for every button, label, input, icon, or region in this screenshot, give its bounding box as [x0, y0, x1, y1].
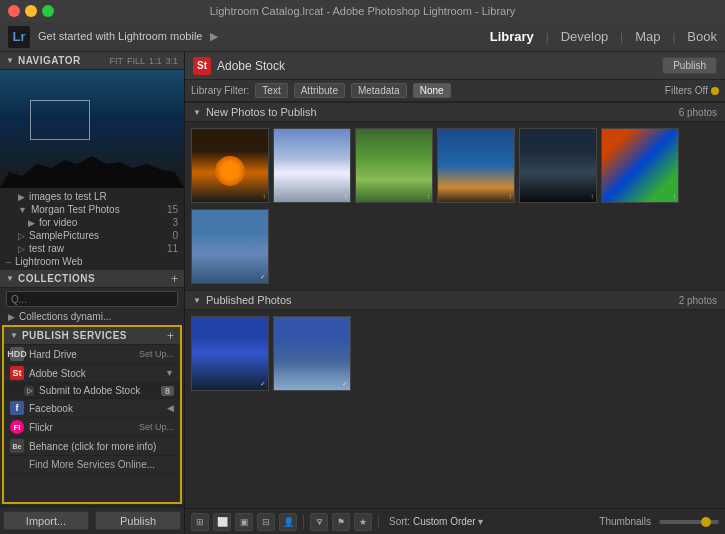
section-collapse-icon[interactable]: ▼	[193, 108, 201, 117]
service-hard-drive[interactable]: HDD Hard Drive Set Up...	[4, 345, 180, 364]
bottom-buttons: Import... Publish	[0, 506, 184, 534]
publish-services-panel: ▼ Publish Services + HDD Hard Drive Set …	[2, 325, 182, 504]
service-submit-stock[interactable]: ▷ Submit to Adobe Stock 8	[4, 383, 180, 399]
photo-thumb-green[interactable]: ↑	[355, 128, 433, 203]
service-arrow: ◀	[167, 403, 174, 413]
navigator-image	[0, 70, 184, 188]
photo-thumb-pumpkin[interactable]: ↑	[191, 128, 269, 203]
photo-thumb-group[interactable]: ✓	[191, 209, 269, 284]
content-area: St Adobe Stock Publish Library Filter: T…	[185, 52, 725, 534]
people-view-button[interactable]: 👤	[279, 513, 297, 531]
lr-logo: Lr	[8, 26, 30, 48]
import-button[interactable]: Import...	[3, 511, 89, 530]
service-label: Flickr	[29, 422, 53, 433]
folder-icon: ▼	[18, 205, 27, 215]
photo-thumb-portrait[interactable]: ✓	[191, 316, 269, 391]
thumb-image	[274, 129, 350, 202]
service-behance[interactable]: Be Behance (click for more info)	[4, 437, 180, 456]
sort-value[interactable]: Custom Order	[413, 516, 476, 527]
thumb-badge: ✓	[260, 273, 266, 281]
sort-label: Sort: Custom Order ▾	[389, 516, 483, 527]
minimize-button[interactable]	[25, 5, 37, 17]
filter-label: Library Filter:	[191, 85, 249, 96]
thumb-badge: ↑	[509, 193, 513, 200]
photo-thumb-snowboard[interactable]: ↑	[273, 128, 351, 203]
stock-header: St Adobe Stock Publish	[185, 52, 725, 80]
add-service-button[interactable]: +	[167, 329, 174, 343]
silhouette-shape	[0, 148, 184, 188]
folder-icon: ▷	[18, 244, 25, 254]
navigator-frame[interactable]	[30, 100, 90, 140]
submit-icon: ▷	[24, 386, 34, 396]
folder-images-test[interactable]: ▶ images to test LR	[0, 190, 184, 203]
service-facebook[interactable]: f Facebook ◀	[4, 399, 180, 418]
navigator-header[interactable]: ▼ Navigator FIT FILL 1:1 3:1	[0, 52, 184, 70]
collection-dynamic[interactable]: ▶ Collections dynami...	[0, 310, 184, 323]
folder-icon: –	[6, 257, 11, 267]
setup-link[interactable]: Set Up...	[139, 349, 174, 359]
thumb-badge: ↑	[427, 193, 431, 200]
statusbar: ⊞ ⬜ ▣ ⊟ 👤 ⛛ ⚑ ★ Sort: Custom Order ▾ Thu…	[185, 508, 725, 534]
add-collection-button[interactable]: +	[171, 272, 178, 286]
star-icon[interactable]: ★	[354, 513, 372, 531]
left-panel: ▼ Navigator FIT FILL 1:1 3:1 ▶ images to…	[0, 52, 185, 534]
status-separator2	[378, 515, 379, 529]
window-controls[interactable]	[8, 5, 54, 17]
filter-none[interactable]: None	[413, 83, 451, 98]
navigator-title: Navigator	[18, 55, 81, 66]
folder-morgan[interactable]: ▼ Morgan Test Photos 15	[0, 203, 184, 216]
stock-title: Adobe Stock	[217, 59, 285, 73]
hard-drive-icon: HDD	[10, 347, 24, 361]
collections-search-area	[0, 288, 184, 310]
publish-services-header[interactable]: ▼ Publish Services +	[4, 327, 180, 345]
collections-search-input[interactable]	[6, 291, 178, 307]
maximize-button[interactable]	[42, 5, 54, 17]
photo-thumb-mountain[interactable]: ✓	[273, 316, 351, 391]
folder-sample[interactable]: ▷ SamplePictures 0	[0, 229, 184, 242]
flag-icon[interactable]: ⚑	[332, 513, 350, 531]
thumb-image	[192, 129, 268, 202]
navigator-thumbnail	[0, 70, 184, 188]
folder-lrweb[interactable]: – Lightroom Web	[0, 255, 184, 268]
filter-metadata[interactable]: Metadata	[351, 83, 407, 98]
folder-icon: ▶	[18, 192, 25, 202]
behance-icon: Be	[10, 439, 24, 453]
slider-knob[interactable]	[701, 517, 711, 527]
nav-map[interactable]: Map	[635, 29, 660, 44]
find-more-services[interactable]: Find More Services Online...	[4, 456, 180, 474]
thumbnail-size-slider[interactable]	[659, 520, 719, 524]
nav-book[interactable]: Book	[687, 29, 717, 44]
section-collapse-icon[interactable]: ▼	[193, 296, 201, 305]
service-flickr[interactable]: Fl Flickr Set Up...	[4, 418, 180, 437]
grid-view-button[interactable]: ⊞	[191, 513, 209, 531]
thumb-badge: ✓	[260, 380, 266, 388]
loupe-view-button[interactable]: ⬜	[213, 513, 231, 531]
folder-video[interactable]: ▶ for video 3	[0, 216, 184, 229]
photo-thumb-colorful[interactable]: ↑	[601, 128, 679, 203]
nav-library[interactable]: Library	[490, 29, 534, 44]
mobile-arrow[interactable]: ▶	[210, 30, 218, 42]
thumb-image	[602, 129, 678, 202]
service-label: Facebook	[29, 403, 73, 414]
photo-grid-area[interactable]: ▼ New Photos to Publish 6 photos ↑ ↑ ↑	[185, 102, 725, 508]
thumb-badge: ✓	[342, 380, 348, 388]
publish-button[interactable]: Publish	[95, 511, 181, 530]
folder-testraw[interactable]: ▷ test raw 11	[0, 242, 184, 255]
photo-thumb-silhouettes[interactable]: ↑	[519, 128, 597, 203]
close-button[interactable]	[8, 5, 20, 17]
collections-header[interactable]: ▼ Collections +	[0, 270, 184, 288]
setup-link[interactable]: Set Up...	[139, 422, 174, 432]
survey-view-button[interactable]: ⊟	[257, 513, 275, 531]
compare-view-button[interactable]: ▣	[235, 513, 253, 531]
thumb-image	[192, 317, 268, 390]
service-label: Behance (click for more info)	[29, 441, 156, 452]
service-adobe-stock[interactable]: St Adobe Stock ▼	[4, 364, 180, 383]
thumb-badge: ↑	[673, 193, 677, 200]
filter-text[interactable]: Text	[255, 83, 287, 98]
filter-attribute[interactable]: Attribute	[294, 83, 345, 98]
stock-publish-button[interactable]: Publish	[662, 57, 717, 74]
nav-develop[interactable]: Develop	[561, 29, 609, 44]
filter-icon[interactable]: ⛛	[310, 513, 328, 531]
thumb-image	[438, 129, 514, 202]
photo-thumb-bluesky[interactable]: ↑	[437, 128, 515, 203]
